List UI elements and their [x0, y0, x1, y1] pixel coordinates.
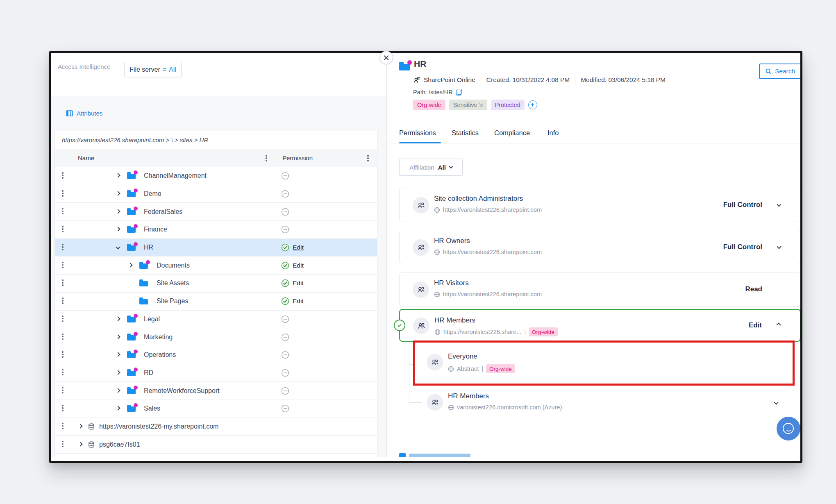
excluded-circle-icon	[281, 351, 289, 359]
expand-chevron-icon[interactable]	[116, 370, 120, 375]
permission-cell[interactable]: Edit	[281, 261, 304, 270]
member-row-everyone[interactable]: Everyone Abstract | Org-wide	[415, 343, 793, 384]
expand-chevron-icon[interactable]	[116, 245, 120, 249]
row-menu-icon[interactable]	[62, 244, 64, 250]
column-header-name[interactable]: Name	[78, 154, 94, 161]
tab-permissions[interactable]: Permissions	[399, 129, 436, 137]
permission-cell[interactable]	[281, 333, 289, 341]
row-menu-icon[interactable]	[62, 441, 64, 447]
group-card-hr-members[interactable]: HR Members https://varonistest226.share.…	[399, 309, 800, 342]
globe-icon	[448, 404, 454, 411]
group-card-hr-owners[interactable]: HR Owners https://varonistest226.sharepo…	[399, 230, 800, 264]
globe-icon	[448, 366, 454, 372]
permission-cell[interactable]	[281, 172, 289, 180]
attributes-button[interactable]: Attributes	[66, 110, 102, 117]
permission-cell[interactable]	[281, 190, 289, 198]
table-row[interactable]: Sales	[55, 400, 377, 418]
check-circle-icon	[281, 279, 289, 287]
row-menu-icon[interactable]	[62, 369, 64, 376]
permission-cell[interactable]	[281, 315, 289, 323]
row-menu-icon[interactable]	[62, 226, 64, 232]
row-name: https://varonistest226-my.sharepoint.com	[99, 423, 218, 430]
permission-cell[interactable]: Edit	[281, 297, 304, 305]
affiliation-dropdown[interactable]: Affiliation All	[399, 159, 463, 176]
feedback-button[interactable]	[777, 417, 800, 440]
table-row[interactable]: Finance	[55, 221, 377, 239]
table-row[interactable]: Demo	[55, 185, 377, 203]
row-menu-icon[interactable]	[62, 190, 64, 197]
table-row[interactable]: Documents Edit	[55, 257, 377, 275]
collapse-chevron-icon[interactable]	[776, 322, 781, 327]
tag-org-wide[interactable]: Org-wide	[413, 100, 445, 110]
permission-cell[interactable]	[281, 208, 289, 216]
row-menu-icon[interactable]	[62, 262, 64, 268]
group-card-site-collection-admins[interactable]: Site collection Administrators https://v…	[399, 188, 800, 222]
permission-cell[interactable]	[281, 387, 289, 395]
permission-cell[interactable]: Edit	[281, 279, 304, 287]
copy-icon[interactable]	[456, 89, 462, 95]
expand-chevron-icon[interactable]	[777, 244, 781, 249]
expand-chevron-icon[interactable]	[777, 202, 781, 207]
permission-cell[interactable]	[281, 369, 289, 377]
expand-chevron-icon[interactable]	[116, 334, 120, 339]
table-row[interactable]: Operations	[55, 346, 377, 364]
expand-chevron-icon[interactable]	[116, 388, 120, 393]
expand-chevron-icon[interactable]	[116, 227, 120, 232]
row-menu-icon[interactable]	[62, 334, 64, 340]
table-row[interactable]: FederalSales	[55, 203, 377, 221]
table-row[interactable]: Site Pages Edit	[55, 293, 377, 311]
chevron-down-icon	[479, 103, 483, 107]
globe-icon	[434, 207, 440, 213]
tab-compliance[interactable]: Compliance	[494, 129, 530, 137]
permission-cell[interactable]	[281, 225, 289, 234]
table-row[interactable]: psg6cae7fs01	[55, 436, 377, 454]
row-menu-icon[interactable]	[62, 297, 64, 304]
table-row[interactable]: Marketing	[55, 328, 377, 346]
permission-cell[interactable]	[281, 404, 289, 413]
group-card-hr-visitors[interactable]: HR Visitors https://varonistest226.share…	[399, 272, 800, 306]
expand-chevron-icon[interactable]	[116, 209, 120, 213]
expand-chevron-icon[interactable]	[116, 191, 120, 195]
expand-chevron-icon[interactable]	[116, 406, 120, 411]
expand-chevron-icon[interactable]	[78, 442, 82, 446]
table-row[interactable]: Site Assets Edit	[55, 275, 377, 293]
file-server-filter-button[interactable]: File server = All	[124, 62, 182, 77]
expand-chevron-icon[interactable]	[116, 316, 120, 321]
excluded-circle-icon	[281, 208, 289, 216]
row-menu-icon[interactable]	[62, 279, 64, 286]
tag-protected[interactable]: Protected	[491, 100, 525, 110]
close-icon[interactable]	[379, 51, 393, 64]
tab-info[interactable]: Info	[547, 129, 559, 137]
permission-cell[interactable]	[281, 351, 289, 359]
permission-cell[interactable]: Edit	[281, 243, 304, 252]
table-row[interactable]: ChannelManagement	[55, 167, 377, 185]
row-menu-icon[interactable]	[62, 405, 64, 411]
table-row[interactable]: RemoteWorkforceSupport	[55, 382, 377, 400]
table-row[interactable]: Legal	[55, 311, 377, 329]
permission-column-menu-icon[interactable]	[367, 155, 369, 161]
table-row[interactable]: RD	[55, 364, 377, 382]
add-tag-icon[interactable]	[528, 100, 537, 109]
expand-chevron-icon[interactable]	[774, 400, 778, 404]
expand-chevron-icon[interactable]	[128, 263, 132, 267]
table-row[interactable]: HR Edit	[55, 239, 377, 257]
breadcrumb[interactable]: https://varonistest226.sharepoint.com > …	[62, 136, 208, 143]
search-button[interactable]: Search	[759, 64, 800, 79]
row-menu-icon[interactable]	[62, 208, 64, 215]
column-header-permission[interactable]: Permission	[282, 154, 313, 161]
expand-chevron-icon[interactable]	[78, 424, 82, 428]
name-column-menu-icon[interactable]	[266, 155, 267, 161]
row-name: Marketing	[144, 334, 173, 341]
row-menu-icon[interactable]	[62, 172, 64, 179]
tab-statistics[interactable]: Statistics	[452, 129, 479, 137]
table-row[interactable]: https://varonistest226-my.sharepoint.com	[55, 418, 377, 436]
row-menu-icon[interactable]	[62, 316, 64, 322]
expand-chevron-icon[interactable]	[116, 173, 120, 178]
row-menu-icon[interactable]	[62, 351, 64, 358]
breadcrumb-row: https://varonistest226.sharepoint.com > …	[55, 131, 377, 149]
expand-chevron-icon[interactable]	[116, 352, 120, 357]
tag-sensitive[interactable]: Sensitive	[449, 100, 487, 110]
member-row-hr-members-azure[interactable]: HR Members varonistest226.onmicrosoft.co…	[422, 387, 800, 418]
row-menu-icon[interactable]	[62, 423, 64, 429]
row-menu-icon[interactable]	[62, 387, 64, 394]
